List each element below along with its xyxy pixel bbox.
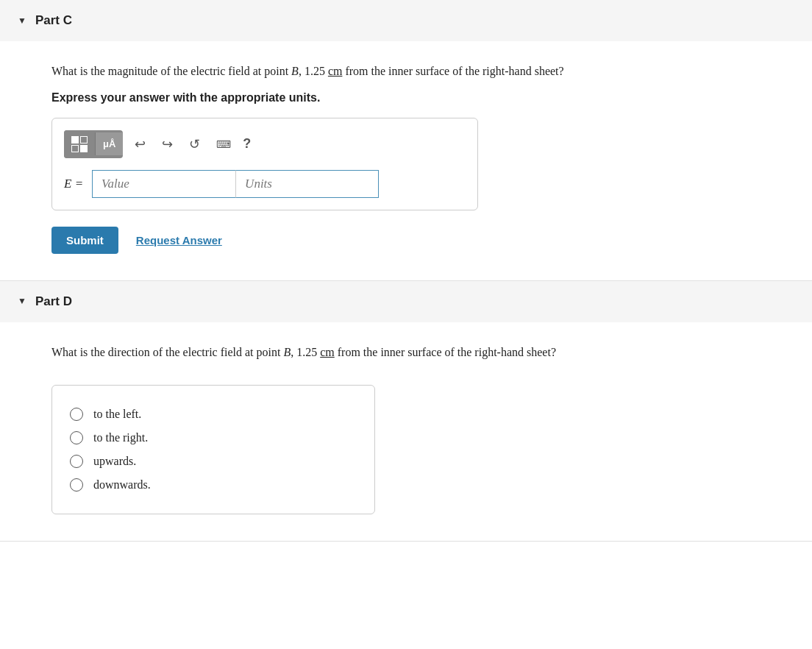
radio-downwards-circle[interactable]: [70, 478, 83, 492]
submit-button[interactable]: Submit: [51, 227, 118, 254]
value-input[interactable]: [92, 170, 235, 198]
part-d-question: What is the direction of the electric fi…: [51, 343, 761, 362]
sq4: [80, 145, 88, 152]
part-c-header[interactable]: ▼ Part C: [0, 0, 812, 41]
equation-label: E =: [64, 177, 83, 191]
part-d-header[interactable]: ▼ Part D: [0, 281, 812, 322]
option-right[interactable]: to the right.: [70, 431, 357, 444]
part-c-content: What is the magnitude of the electric fi…: [0, 41, 812, 280]
template-squares-icon: [71, 136, 88, 152]
sq2: [80, 136, 88, 143]
template-button[interactable]: [64, 130, 95, 158]
chevron-down-icon-d: ▼: [18, 296, 26, 307]
option-left[interactable]: to the left.: [70, 408, 357, 421]
keyboard-button[interactable]: ⌨: [212, 135, 235, 153]
request-answer-link[interactable]: Request Answer: [136, 234, 222, 247]
part-d-section: ▼ Part D What is the direction of the el…: [0, 281, 812, 542]
sq3: [71, 145, 79, 152]
part-d-title: Part D: [35, 294, 72, 309]
option-upwards[interactable]: upwards.: [70, 455, 357, 468]
option-downwards-label: downwards.: [93, 478, 151, 492]
reload-button[interactable]: ↺: [185, 133, 204, 155]
radio-upwards-circle[interactable]: [70, 455, 83, 468]
sq1: [71, 136, 79, 143]
part-c-answer-box: μÅ ↩ ↪ ↺ ⌨ ? E =: [51, 118, 478, 210]
option-downwards[interactable]: downwards.: [70, 478, 357, 492]
action-row: Submit Request Answer: [51, 227, 761, 254]
template-btn-group[interactable]: μÅ: [64, 130, 123, 158]
part-d-content: What is the direction of the electric fi…: [0, 322, 812, 542]
keyboard-icon: ⌨: [216, 138, 231, 150]
part-c-title: Part C: [35, 13, 72, 28]
redo-icon: ↪: [162, 136, 173, 152]
undo-icon: ↩: [135, 136, 146, 152]
radio-right-circle[interactable]: [70, 431, 83, 444]
math-toolbar: μÅ ↩ ↪ ↺ ⌨ ?: [64, 130, 466, 160]
part-c-question: What is the magnitude of the electric fi…: [51, 62, 761, 81]
radio-options-box: to the left. to the right. upwards. down…: [51, 385, 375, 514]
part-c-instruction: Express your answer with the appropriate…: [51, 91, 761, 104]
part-c-section: ▼ Part C What is the magnitude of the el…: [0, 0, 812, 281]
input-row: E =: [64, 170, 466, 198]
reload-icon: ↺: [189, 136, 200, 152]
chevron-down-icon: ▼: [18, 15, 26, 26]
undo-button[interactable]: ↩: [130, 133, 150, 155]
option-left-label: to the left.: [93, 408, 141, 421]
help-button[interactable]: ?: [243, 136, 251, 152]
redo-button[interactable]: ↪: [157, 133, 177, 155]
units-button[interactable]: μÅ: [95, 132, 123, 155]
units-input[interactable]: [235, 170, 379, 198]
option-upwards-label: upwards.: [93, 455, 136, 468]
option-right-label: to the right.: [93, 431, 148, 444]
radio-left-circle[interactable]: [70, 408, 83, 421]
